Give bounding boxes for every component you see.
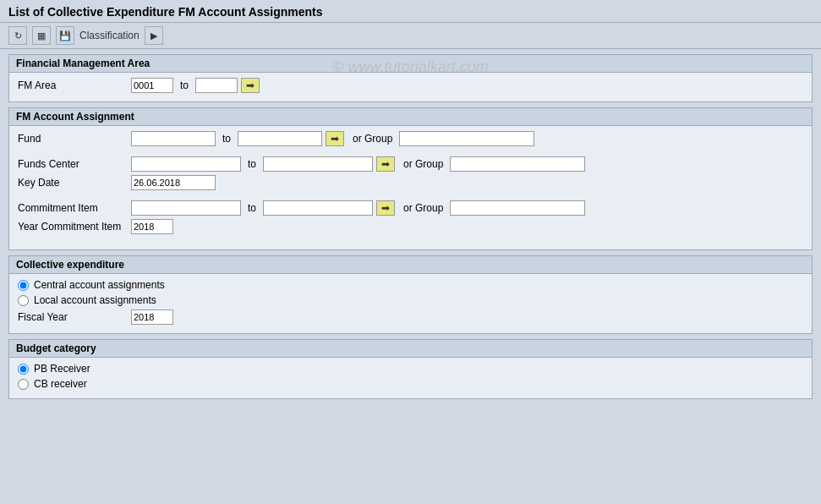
- ce-section-title: Collective expenditure: [9, 256, 812, 274]
- local-label[interactable]: Local account assignments: [34, 294, 156, 306]
- commitment-item-or-group-label: or Group: [403, 202, 443, 214]
- fund-row: Fund to ➡ or Group: [18, 131, 803, 146]
- pb-receiver-label[interactable]: PB Receiver: [34, 363, 90, 375]
- year-commitment-item-label: Year Commitment Item: [18, 221, 128, 233]
- key-date-input[interactable]: [131, 175, 216, 190]
- local-radio[interactable]: [18, 295, 29, 306]
- funds-center-or-group-label: or Group: [403, 158, 443, 170]
- classification-link[interactable]: Classification: [79, 30, 140, 41]
- toolbar: ↻ ▦ 💾 Classification ▶ © www.tutorialkar…: [0, 23, 821, 49]
- fund-to-input[interactable]: [238, 131, 322, 146]
- save-button[interactable]: 💾: [56, 26, 74, 45]
- commitment-item-row: Commitment Item to ➡ or Group: [18, 200, 803, 216]
- fund-arrow-btn[interactable]: ➡: [326, 131, 344, 146]
- financial-management-area-section: Financial Management Area FM Area to ➡: [8, 54, 813, 102]
- fm-area-label: FM Area: [18, 79, 128, 91]
- fiscal-year-label: Fiscal Year: [18, 311, 128, 323]
- local-account-row: Local account assignments: [18, 294, 803, 306]
- fund-label: Fund: [18, 133, 128, 145]
- collective-expenditure-section: Collective expenditure Central account a…: [8, 255, 813, 334]
- fund-to-label: to: [222, 133, 231, 145]
- funds-center-arrow-btn[interactable]: ➡: [376, 156, 395, 172]
- funds-center-group-input[interactable]: [450, 156, 585, 172]
- fm-area-input[interactable]: [131, 78, 173, 93]
- key-date-row: Key Date: [18, 175, 803, 190]
- commitment-item-label: Commitment Item: [18, 202, 128, 214]
- central-radio[interactable]: [18, 280, 29, 291]
- fm-account-assignment-section: FM Account Assignment Fund to ➡ or Group…: [8, 107, 813, 250]
- content-area: Financial Management Area FM Area to ➡ F…: [0, 49, 821, 404]
- central-account-row: Central account assignments: [18, 279, 803, 291]
- fm-area-arrow-btn[interactable]: ➡: [241, 78, 260, 93]
- fm-area-row: FM Area to ➡: [18, 78, 803, 93]
- commitment-item-group-input[interactable]: [450, 200, 585, 216]
- year-commitment-item-row: Year Commitment Item: [18, 219, 803, 234]
- bc-section-title: Budget category: [9, 340, 812, 358]
- funds-center-from-input[interactable]: [131, 156, 241, 172]
- commitment-item-from-input[interactable]: [131, 200, 241, 216]
- pb-receiver-radio[interactable]: [18, 364, 29, 375]
- grid-button[interactable]: ▦: [32, 26, 51, 45]
- fma-section-title: Financial Management Area: [9, 55, 812, 73]
- title-bar: List of Collective Expenditure FM Accoun…: [0, 0, 821, 23]
- pb-receiver-row: PB Receiver: [18, 363, 803, 375]
- funds-center-row: Funds Center to ➡ or Group: [18, 156, 803, 172]
- funds-center-to-label: to: [248, 158, 256, 170]
- funds-center-label: Funds Center: [18, 158, 128, 170]
- central-label[interactable]: Central account assignments: [34, 279, 165, 291]
- page-title: List of Collective Expenditure FM Accoun…: [8, 5, 323, 19]
- export-button[interactable]: ▶: [145, 26, 163, 45]
- commitment-item-to-input[interactable]: [263, 200, 373, 216]
- commitment-item-arrow-btn[interactable]: ➡: [376, 200, 395, 216]
- fm-area-to-label: to: [180, 79, 189, 91]
- back-button[interactable]: ↻: [8, 26, 27, 45]
- fiscal-year-input[interactable]: [131, 310, 173, 325]
- fund-or-group-label: or Group: [353, 133, 392, 145]
- year-commitment-item-input[interactable]: [131, 219, 173, 234]
- cb-receiver-radio[interactable]: [18, 379, 29, 390]
- budget-category-section: Budget category PB Receiver CB receiver: [8, 339, 813, 399]
- cb-receiver-row: CB receiver: [18, 378, 803, 390]
- fm-area-to-input[interactable]: [195, 78, 238, 93]
- commitment-item-to-label: to: [248, 202, 256, 214]
- fmaa-section-title: FM Account Assignment: [9, 108, 812, 126]
- fiscal-year-row: Fiscal Year: [18, 310, 803, 325]
- funds-center-to-input[interactable]: [263, 156, 373, 172]
- cb-receiver-label[interactable]: CB receiver: [34, 378, 87, 390]
- key-date-label: Key Date: [18, 177, 128, 189]
- fund-from-input[interactable]: [131, 131, 216, 146]
- fund-group-input[interactable]: [399, 131, 534, 146]
